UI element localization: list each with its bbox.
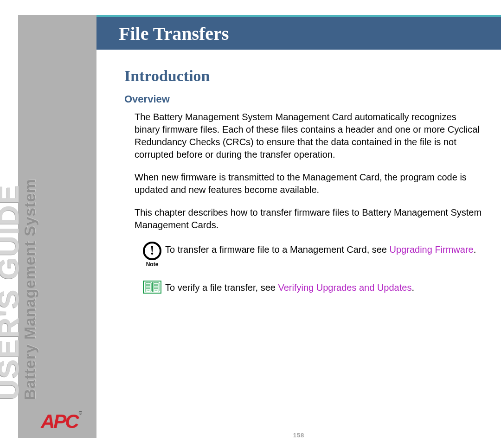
paragraph: This chapter describes how to transfer f… <box>135 206 482 231</box>
reference-text-pre: To verify a file transfer, see <box>165 282 278 293</box>
paragraph: The Battery Management System Management… <box>135 111 482 161</box>
upgrading-firmware-link[interactable]: Upgrading Firmware <box>390 244 474 255</box>
note-icon-column: ! Note <box>139 242 165 268</box>
note-text: To transfer a firmware file to a Managem… <box>165 242 482 256</box>
logo-text: APC <box>41 410 78 432</box>
section-heading: Introduction <box>124 67 482 85</box>
page-number: 158 <box>293 432 305 439</box>
note-text-post: . <box>474 244 476 255</box>
reference-callout: To verify a file transfer, see Verifying… <box>139 280 482 294</box>
note-text-pre: To transfer a firmware file to a Managem… <box>165 244 390 255</box>
sidebar-title-block: USER'S GUIDE Battery Management System <box>0 179 39 400</box>
chapter-title: File Transfers <box>119 23 229 45</box>
body-text: Introduction Overview The Battery Manage… <box>96 50 501 294</box>
reference-text-post: . <box>411 282 414 293</box>
users-guide-label: USER'S GUIDE <box>0 184 22 400</box>
apc-logo: APC® <box>41 410 82 433</box>
paragraph: When new firmware is transmitted to the … <box>135 171 482 196</box>
note-label: Note <box>146 261 159 268</box>
page-content: File Transfers Introduction Overview The… <box>96 0 501 448</box>
note-callout: ! Note To transfer a firmware file to a … <box>139 242 482 268</box>
logo-registered-mark: ® <box>79 410 82 416</box>
reference-text: To verify a file transfer, see Verifying… <box>165 280 482 294</box>
sidebar: USER'S GUIDE Battery Management System A… <box>18 15 96 438</box>
system-label: Battery Management System <box>21 179 39 400</box>
verifying-upgrades-link[interactable]: Verifying Upgrades and Updates <box>278 282 411 293</box>
subsection-heading: Overview <box>124 93 482 105</box>
chapter-title-band: File Transfers <box>96 15 501 50</box>
exclamation-icon: ! <box>143 242 161 260</box>
reference-icon-column <box>139 280 165 294</box>
book-icon <box>143 280 161 294</box>
